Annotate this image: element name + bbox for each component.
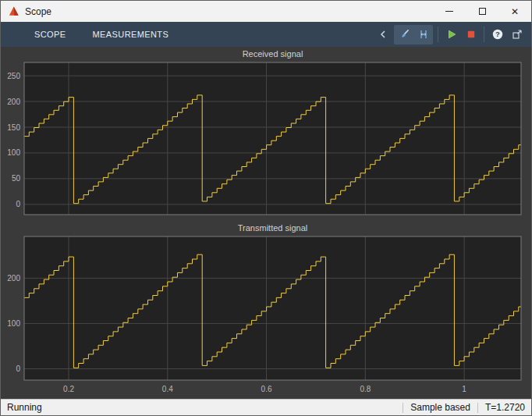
received-signal-plot: 050100150200250Received signal (1, 47, 531, 221)
status-sample-mode: Sample based (410, 402, 470, 413)
status-time: T=1.2720 (485, 402, 525, 413)
scope-window: Scope ✕ SCOPE MEASUREMENTS (0, 0, 532, 416)
plot-title: Received signal (243, 49, 303, 59)
close-icon: ✕ (511, 7, 519, 16)
plot-area: 050100150200250Received signal 01002000.… (1, 47, 531, 399)
x-tick-label: 1 (462, 385, 466, 393)
run-button[interactable] (442, 25, 461, 44)
y-tick-label: 0 (16, 200, 20, 208)
dock-icon (511, 28, 523, 41)
y-tick-label: 150 (7, 123, 20, 132)
display-tools-group (394, 25, 433, 44)
tab-scope[interactable]: SCOPE (21, 22, 80, 47)
x-tick-label: 0.2 (63, 385, 74, 393)
dock-button[interactable] (507, 25, 527, 44)
cursor-measurements-button[interactable] (413, 25, 433, 44)
maximize-button[interactable] (466, 1, 498, 22)
y-tick-label: 250 (7, 72, 20, 80)
x-tick-label: 0.4 (162, 385, 173, 393)
status-bar: Running Sample based T=1.2720 (1, 399, 531, 415)
transmitted-signal-plot: 01002000.20.40.60.81Transmitted signal (1, 221, 531, 399)
stop-button[interactable] (461, 25, 481, 44)
window-controls: ✕ (433, 1, 531, 22)
stop-icon (465, 28, 477, 41)
matlab-logo-icon (8, 5, 20, 17)
toolbar-separator (438, 27, 438, 42)
status-separator (403, 403, 403, 413)
toolstrip-quick-access: ? (373, 25, 527, 44)
tab-measurements[interactable]: MEASUREMENTS (80, 22, 183, 47)
style-button[interactable] (394, 25, 413, 44)
chevron-left-icon (377, 28, 389, 41)
minimize-icon (445, 11, 453, 12)
status-right: Sample based T=1.2720 (403, 402, 525, 413)
help-icon: ? (491, 28, 504, 41)
x-tick-label: 0.8 (360, 385, 371, 393)
title-bar: Scope ✕ (1, 1, 531, 22)
y-tick-label: 100 (7, 319, 20, 328)
y-tick-label: 0 (16, 364, 20, 373)
status-separator (477, 403, 478, 413)
svg-text:?: ? (495, 30, 500, 38)
close-button[interactable]: ✕ (498, 1, 531, 22)
cursors-icon (417, 28, 430, 41)
run-icon (445, 28, 458, 41)
maximize-icon (479, 8, 486, 15)
y-tick-label: 50 (12, 174, 21, 183)
toolstrip: SCOPE MEASUREMENTS (1, 22, 531, 47)
y-tick-label: 200 (7, 274, 20, 283)
status-state: Running (7, 402, 42, 413)
y-tick-label: 200 (7, 98, 20, 106)
toolbar-separator (484, 27, 484, 42)
plot-title: Transmitted signal (238, 223, 307, 233)
x-tick-label: 0.6 (261, 385, 272, 393)
help-button[interactable]: ? (488, 25, 507, 44)
collapse-toolstrip-button[interactable] (373, 25, 392, 44)
brush-icon (398, 28, 410, 41)
y-tick-label: 100 (7, 148, 20, 157)
minimize-button[interactable] (433, 1, 466, 22)
window-title: Scope (25, 6, 51, 17)
